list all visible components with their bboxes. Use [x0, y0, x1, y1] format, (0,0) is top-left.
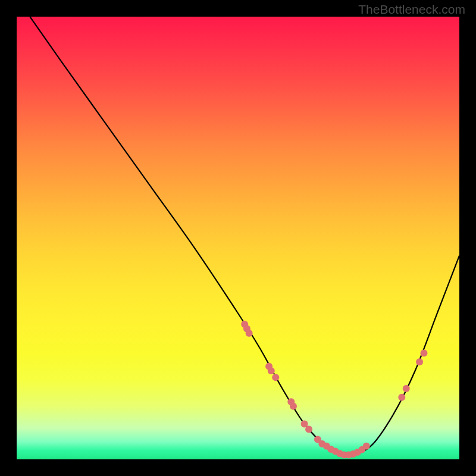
data-point	[420, 349, 427, 356]
data-point	[363, 443, 370, 450]
data-point	[416, 358, 423, 365]
data-markers	[241, 321, 427, 458]
plot-area	[17, 17, 459, 459]
bottleneck-curve	[30, 17, 459, 455]
data-point	[268, 367, 275, 374]
data-point	[403, 385, 410, 392]
chart-svg	[17, 17, 459, 459]
data-point	[290, 403, 297, 410]
watermark-text: TheBottleneck.com	[358, 2, 465, 17]
data-point	[305, 425, 312, 433]
data-point	[272, 374, 279, 381]
data-point	[398, 394, 405, 401]
data-point	[246, 330, 253, 337]
